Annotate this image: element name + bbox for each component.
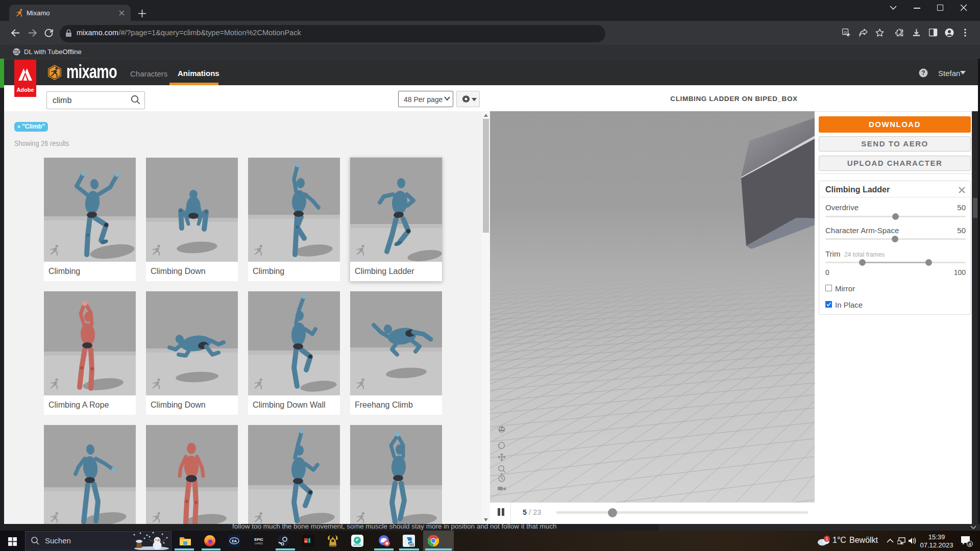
svg-text:EA: EA [232, 539, 237, 543]
svg-text:GAMES: GAMES [255, 542, 263, 545]
svg-text:4: 4 [968, 542, 971, 547]
svg-text:?: ? [921, 69, 925, 77]
svg-text:EPIC: EPIC [254, 537, 263, 542]
svg-text:G: G [844, 30, 847, 35]
svg-text:TFS: TFS [409, 544, 414, 546]
svg-text:m: m [305, 540, 307, 543]
svg-text:SOVOL: SOVOL [353, 544, 361, 546]
svg-text:1: 1 [825, 536, 828, 541]
